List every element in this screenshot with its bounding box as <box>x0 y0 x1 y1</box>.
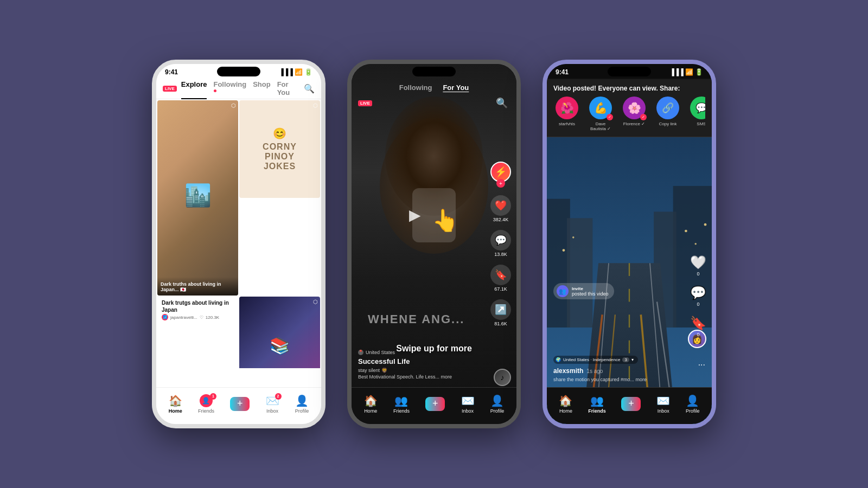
svg-point-16 <box>694 243 697 245</box>
play-overlay[interactable]: ▶ 👆 <box>412 188 456 242</box>
tab-inbox[interactable]: ✉️ 2 Inbox <box>266 394 279 414</box>
p1-dynamic-island <box>217 67 260 76</box>
nav-tabs: Explore Following Shop For You <box>181 80 299 97</box>
p3-tab-inbox[interactable]: ✉️ Inbox <box>656 394 670 414</box>
sms-label: SMS <box>697 121 705 126</box>
grid-item-corny[interactable]: ⬡ 😊 CORNYPINOYJOKES <box>239 100 320 198</box>
share-button[interactable]: ↗️ <box>490 299 511 320</box>
svg-point-17 <box>704 223 707 226</box>
p3-username[interactable]: alexsmith <box>553 367 583 375</box>
p2-create-button[interactable]: + <box>425 397 445 411</box>
starfvhls-avatar[interactable]: 🌺 <box>556 97 578 119</box>
p3-like-icon[interactable]: 🤍 <box>690 255 706 270</box>
japan-card-info: Dark trutgs about living in Japan 🗾 japa… <box>157 297 238 368</box>
share-contact-florence[interactable]: 🌸 ✓ Florence ✓ <box>621 97 648 131</box>
books-image <box>239 297 320 368</box>
p3-more-options[interactable]: ··· <box>698 360 705 370</box>
p2-search-icon[interactable]: 🔍 <box>496 97 508 109</box>
creator-avatar-icon: ⚡ <box>495 166 507 178</box>
sms-button[interactable]: 💬 <box>690 97 705 119</box>
p3-bookmark-count: 0 <box>697 332 699 337</box>
share-contact-dave[interactable]: 💪 ✓ DaveBautista ✓ <box>587 97 614 131</box>
invite-avatar: 👥 <box>557 285 569 297</box>
p2-nav: LIVE Following For You 🔍 <box>352 79 516 96</box>
p3-comment-count: 0 <box>697 301 699 307</box>
p2-tab-friends[interactable]: 👥 Friends <box>393 394 410 414</box>
p3-create-button[interactable]: + <box>621 397 641 411</box>
bookmark-action[interactable]: 🔖 67.1K <box>490 265 511 292</box>
follow-plus[interactable]: + <box>496 179 505 188</box>
p2-right-actions: ⚡ + ❤️ 382.4K 💬 13.8K 🔖 67.1K ↗️ 81.6K <box>490 162 511 326</box>
p3-comment-action[interactable]: 💬 0 <box>690 285 706 307</box>
invite-text-area: Invite posted this video <box>572 286 609 297</box>
share-action-copylink[interactable]: 🔗 Copy link <box>654 97 681 131</box>
tab-friends[interactable]: 👤 1 Friends <box>198 394 214 414</box>
like-button[interactable]: ❤️ <box>490 195 511 216</box>
p3-bookmark-action[interactable]: 🔖 0 <box>690 316 706 337</box>
florence-avatar[interactable]: 🌸 ✓ <box>623 97 646 119</box>
tab-create[interactable]: + <box>230 397 250 411</box>
save-icon-corny[interactable]: ⬡ <box>313 102 318 108</box>
inbox-badge: 2 <box>275 393 282 400</box>
p2-inbox-icon: ✉️ <box>461 394 475 407</box>
dave-name: DaveBautista ✓ <box>590 121 611 131</box>
grid-item-japan[interactable]: ⬡ Dark truths about living in Japan... 🇯… <box>157 100 238 296</box>
p1-time: 9:41 <box>165 68 178 76</box>
tab-home[interactable]: 🏠 Home <box>169 394 182 414</box>
p3-status-bar: 9:41 ▐▐▐ 📶 🔋 <box>547 64 712 78</box>
p3-comment-icon[interactable]: 💬 <box>690 285 706 300</box>
p2-tab-inbox[interactable]: ✉️ Inbox <box>461 394 475 414</box>
p2-tab-foryou[interactable]: For You <box>443 84 469 92</box>
comment-count: 13.8K <box>494 252 507 257</box>
copy-link-button[interactable]: 🔗 <box>656 97 679 119</box>
save-icon-books[interactable]: ⬡ <box>313 299 318 305</box>
live-badge-2[interactable]: LIVE <box>358 100 372 106</box>
p3-like-action[interactable]: 🤍 0 <box>690 255 706 277</box>
creator-action[interactable]: ⚡ + <box>490 162 511 188</box>
share-action-sms[interactable]: 💬 SMS <box>688 97 705 131</box>
svg-point-15 <box>685 230 687 233</box>
p2-home-icon: 🏠 <box>364 394 378 407</box>
p3-battery-icon: 🔋 <box>695 68 703 76</box>
tab-following[interactable]: Following <box>213 80 246 97</box>
home-icon: 🏠 <box>169 394 182 407</box>
p2-tab-following[interactable]: Following <box>399 84 432 92</box>
tab-shop[interactable]: Shop <box>253 80 271 97</box>
search-icon[interactable]: 🔍 <box>304 84 315 94</box>
grid-item-books[interactable]: ⬡ BOOKS THEY DONT WANT YOU TO READ <box>239 297 320 368</box>
comment-action[interactable]: 💬 13.8K <box>490 230 511 257</box>
bookmark-button[interactable]: 🔖 <box>490 265 511 285</box>
p3-tab-profile[interactable]: 👤 Profile <box>686 394 700 414</box>
save-icon[interactable]: ⬡ <box>231 102 236 108</box>
p3-home-label: Home <box>559 408 572 414</box>
tab-foryou[interactable]: For You <box>277 80 299 97</box>
p2-tab-profile[interactable]: 👤 Profile <box>490 394 505 414</box>
phone-1: 9:41 ▐▐▐ 📶 🔋 LIVE Explore Following Shop… <box>152 60 326 428</box>
corny-title: CORNYPINOYJOKES <box>263 142 297 171</box>
p2-live-badge[interactable]: LIVE <box>358 97 372 107</box>
profile-label: Profile <box>295 408 309 414</box>
like-action[interactable]: ❤️ 382.4K <box>490 195 511 222</box>
audio-disc[interactable]: ♪ <box>494 369 511 386</box>
share-contact-starfvhls[interactable]: 🌺 starfvhls <box>553 97 580 131</box>
comment-button[interactable]: 💬 <box>490 230 511 251</box>
p3-bookmark-icon[interactable]: 🔖 <box>690 316 706 331</box>
invite-tag[interactable]: 👥 Invite posted this video <box>553 283 614 299</box>
share-action[interactable]: ↗️ 81.6K <box>490 299 511 326</box>
live-badge[interactable]: LIVE <box>163 86 177 92</box>
svg-rect-2 <box>567 218 592 328</box>
battery-icon: 🔋 <box>304 68 312 76</box>
p3-chevron-icon[interactable]: ▾ <box>631 357 634 362</box>
tab-profile[interactable]: 👤 Profile <box>295 394 309 414</box>
play-button-bg[interactable]: ▶ 👆 <box>412 188 456 242</box>
tab-explore[interactable]: Explore <box>181 80 207 97</box>
p3-tab-home[interactable]: 🏠 Home <box>559 394 572 414</box>
p3-tab-friends[interactable]: 👥 Friends <box>588 394 606 414</box>
p3-tab-create[interactable]: + <box>621 397 641 411</box>
dave-avatar[interactable]: 💪 ✓ <box>589 97 612 119</box>
p2-tab-create[interactable]: + <box>425 397 445 411</box>
p3-wifi-icon: 📶 <box>685 68 693 76</box>
japan-likes: 120.3K <box>206 315 219 320</box>
p2-tab-home[interactable]: 🏠 Home <box>364 394 378 414</box>
create-button[interactable]: + <box>230 397 250 411</box>
